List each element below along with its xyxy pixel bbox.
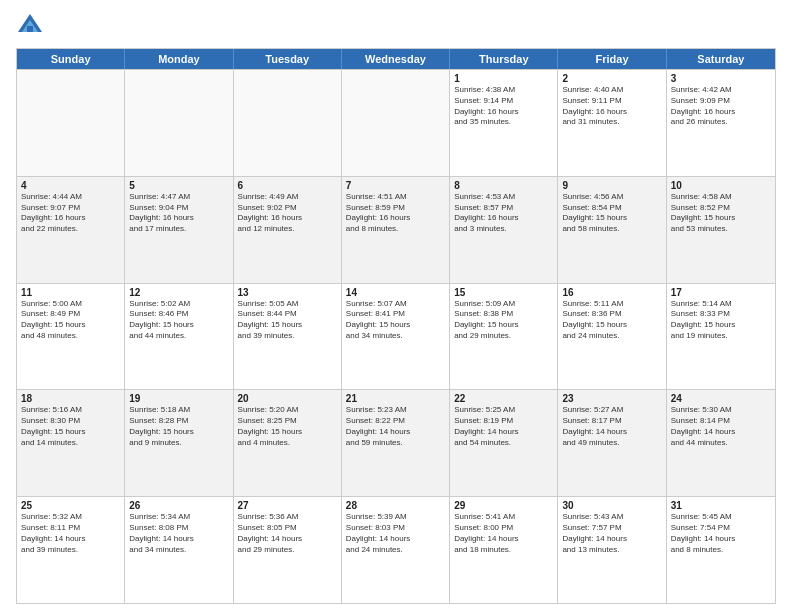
day-number-3: 3 [671,73,771,84]
day-cell-6: 6Sunrise: 4:49 AMSunset: 9:02 PMDaylight… [234,177,342,283]
page: SundayMondayTuesdayWednesdayThursdayFrid… [0,0,792,612]
day-info-28: Sunrise: 5:39 AMSunset: 8:03 PMDaylight:… [346,512,445,555]
day-number-4: 4 [21,180,120,191]
day-info-26: Sunrise: 5:34 AMSunset: 8:08 PMDaylight:… [129,512,228,555]
day-cell-12: 12Sunrise: 5:02 AMSunset: 8:46 PMDayligh… [125,284,233,390]
day-cell-9: 9Sunrise: 4:56 AMSunset: 8:54 PMDaylight… [558,177,666,283]
day-info-6: Sunrise: 4:49 AMSunset: 9:02 PMDaylight:… [238,192,337,235]
day-cell-17: 17Sunrise: 5:14 AMSunset: 8:33 PMDayligh… [667,284,775,390]
day-info-3: Sunrise: 4:42 AMSunset: 9:09 PMDaylight:… [671,85,771,128]
header-sunday: Sunday [17,49,125,69]
day-info-24: Sunrise: 5:30 AMSunset: 8:14 PMDaylight:… [671,405,771,448]
calendar-header: SundayMondayTuesdayWednesdayThursdayFrid… [17,49,775,69]
day-number-29: 29 [454,500,553,511]
day-cell-14: 14Sunrise: 5:07 AMSunset: 8:41 PMDayligh… [342,284,450,390]
day-number-7: 7 [346,180,445,191]
empty-cell [125,70,233,176]
day-cell-23: 23Sunrise: 5:27 AMSunset: 8:17 PMDayligh… [558,390,666,496]
day-info-15: Sunrise: 5:09 AMSunset: 8:38 PMDaylight:… [454,299,553,342]
day-number-24: 24 [671,393,771,404]
day-cell-27: 27Sunrise: 5:36 AMSunset: 8:05 PMDayligh… [234,497,342,603]
day-number-31: 31 [671,500,771,511]
day-info-5: Sunrise: 4:47 AMSunset: 9:04 PMDaylight:… [129,192,228,235]
calendar-row-1: 4Sunrise: 4:44 AMSunset: 9:07 PMDaylight… [17,176,775,283]
day-info-10: Sunrise: 4:58 AMSunset: 8:52 PMDaylight:… [671,192,771,235]
day-number-13: 13 [238,287,337,298]
calendar-body: 1Sunrise: 4:38 AMSunset: 9:14 PMDaylight… [17,69,775,603]
day-number-23: 23 [562,393,661,404]
day-number-16: 16 [562,287,661,298]
day-cell-22: 22Sunrise: 5:25 AMSunset: 8:19 PMDayligh… [450,390,558,496]
day-cell-3: 3Sunrise: 4:42 AMSunset: 9:09 PMDaylight… [667,70,775,176]
calendar-row-3: 18Sunrise: 5:16 AMSunset: 8:30 PMDayligh… [17,389,775,496]
header-tuesday: Tuesday [234,49,342,69]
day-number-5: 5 [129,180,228,191]
day-info-31: Sunrise: 5:45 AMSunset: 7:54 PMDaylight:… [671,512,771,555]
day-number-10: 10 [671,180,771,191]
day-number-12: 12 [129,287,228,298]
day-info-13: Sunrise: 5:05 AMSunset: 8:44 PMDaylight:… [238,299,337,342]
day-info-12: Sunrise: 5:02 AMSunset: 8:46 PMDaylight:… [129,299,228,342]
day-number-11: 11 [21,287,120,298]
day-cell-24: 24Sunrise: 5:30 AMSunset: 8:14 PMDayligh… [667,390,775,496]
day-cell-16: 16Sunrise: 5:11 AMSunset: 8:36 PMDayligh… [558,284,666,390]
day-number-22: 22 [454,393,553,404]
day-cell-10: 10Sunrise: 4:58 AMSunset: 8:52 PMDayligh… [667,177,775,283]
header-friday: Friday [558,49,666,69]
day-number-25: 25 [21,500,120,511]
day-number-27: 27 [238,500,337,511]
calendar-row-4: 25Sunrise: 5:32 AMSunset: 8:11 PMDayligh… [17,496,775,603]
day-cell-5: 5Sunrise: 4:47 AMSunset: 9:04 PMDaylight… [125,177,233,283]
calendar: SundayMondayTuesdayWednesdayThursdayFrid… [16,48,776,604]
day-info-14: Sunrise: 5:07 AMSunset: 8:41 PMDaylight:… [346,299,445,342]
day-cell-21: 21Sunrise: 5:23 AMSunset: 8:22 PMDayligh… [342,390,450,496]
day-info-23: Sunrise: 5:27 AMSunset: 8:17 PMDaylight:… [562,405,661,448]
day-info-4: Sunrise: 4:44 AMSunset: 9:07 PMDaylight:… [21,192,120,235]
day-info-7: Sunrise: 4:51 AMSunset: 8:59 PMDaylight:… [346,192,445,235]
day-info-20: Sunrise: 5:20 AMSunset: 8:25 PMDaylight:… [238,405,337,448]
day-number-1: 1 [454,73,553,84]
day-info-19: Sunrise: 5:18 AMSunset: 8:28 PMDaylight:… [129,405,228,448]
day-info-27: Sunrise: 5:36 AMSunset: 8:05 PMDaylight:… [238,512,337,555]
day-number-17: 17 [671,287,771,298]
day-cell-18: 18Sunrise: 5:16 AMSunset: 8:30 PMDayligh… [17,390,125,496]
day-cell-8: 8Sunrise: 4:53 AMSunset: 8:57 PMDaylight… [450,177,558,283]
day-info-17: Sunrise: 5:14 AMSunset: 8:33 PMDaylight:… [671,299,771,342]
day-cell-1: 1Sunrise: 4:38 AMSunset: 9:14 PMDaylight… [450,70,558,176]
day-cell-20: 20Sunrise: 5:20 AMSunset: 8:25 PMDayligh… [234,390,342,496]
day-number-18: 18 [21,393,120,404]
day-cell-29: 29Sunrise: 5:41 AMSunset: 8:00 PMDayligh… [450,497,558,603]
day-cell-28: 28Sunrise: 5:39 AMSunset: 8:03 PMDayligh… [342,497,450,603]
day-info-25: Sunrise: 5:32 AMSunset: 8:11 PMDaylight:… [21,512,120,555]
day-cell-26: 26Sunrise: 5:34 AMSunset: 8:08 PMDayligh… [125,497,233,603]
day-number-14: 14 [346,287,445,298]
header-wednesday: Wednesday [342,49,450,69]
day-cell-25: 25Sunrise: 5:32 AMSunset: 8:11 PMDayligh… [17,497,125,603]
header-saturday: Saturday [667,49,775,69]
calendar-row-0: 1Sunrise: 4:38 AMSunset: 9:14 PMDaylight… [17,69,775,176]
logo [16,12,48,40]
day-number-8: 8 [454,180,553,191]
day-number-30: 30 [562,500,661,511]
logo-icon [16,12,44,40]
day-number-6: 6 [238,180,337,191]
day-number-20: 20 [238,393,337,404]
day-number-15: 15 [454,287,553,298]
day-cell-30: 30Sunrise: 5:43 AMSunset: 7:57 PMDayligh… [558,497,666,603]
day-info-1: Sunrise: 4:38 AMSunset: 9:14 PMDaylight:… [454,85,553,128]
empty-cell [234,70,342,176]
day-info-29: Sunrise: 5:41 AMSunset: 8:00 PMDaylight:… [454,512,553,555]
day-cell-13: 13Sunrise: 5:05 AMSunset: 8:44 PMDayligh… [234,284,342,390]
day-cell-4: 4Sunrise: 4:44 AMSunset: 9:07 PMDaylight… [17,177,125,283]
day-number-21: 21 [346,393,445,404]
calendar-row-2: 11Sunrise: 5:00 AMSunset: 8:49 PMDayligh… [17,283,775,390]
day-number-2: 2 [562,73,661,84]
header-monday: Monday [125,49,233,69]
svg-rect-2 [27,26,33,32]
day-number-9: 9 [562,180,661,191]
day-info-8: Sunrise: 4:53 AMSunset: 8:57 PMDaylight:… [454,192,553,235]
day-info-30: Sunrise: 5:43 AMSunset: 7:57 PMDaylight:… [562,512,661,555]
day-cell-15: 15Sunrise: 5:09 AMSunset: 8:38 PMDayligh… [450,284,558,390]
day-cell-31: 31Sunrise: 5:45 AMSunset: 7:54 PMDayligh… [667,497,775,603]
day-info-16: Sunrise: 5:11 AMSunset: 8:36 PMDaylight:… [562,299,661,342]
